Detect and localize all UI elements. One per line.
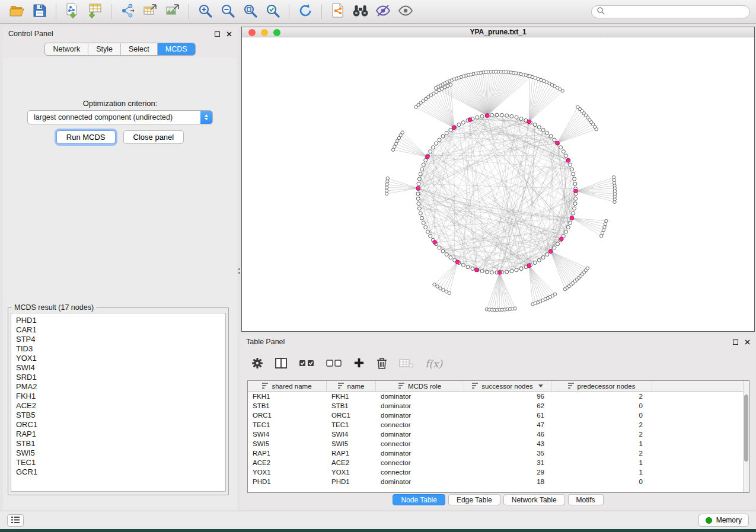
- table-row[interactable]: ORC1 ORC1 dominator 61 0: [248, 411, 743, 420]
- result-node-item[interactable]: ACE2: [16, 401, 225, 411]
- export-table-button[interactable]: [139, 2, 161, 22]
- table-row[interactable]: PHD1 PHD1 dominator 18 0: [248, 477, 743, 486]
- apply-layout-button[interactable]: [294, 2, 317, 22]
- column-header-mcds-role[interactable]: MCDS role: [376, 381, 464, 391]
- column-header-shared-name[interactable]: shared name: [248, 381, 327, 391]
- tab-select[interactable]: Select: [120, 43, 157, 55]
- select-all-button[interactable]: [299, 358, 315, 370]
- result-node-item[interactable]: CAR1: [16, 325, 225, 335]
- table-row[interactable]: FKH1 FKH1 dominator 96 2: [248, 392, 743, 401]
- table-row[interactable]: STB1 STB1 dominator 62 0: [248, 401, 743, 411]
- cell-mcds-role: connector: [376, 421, 464, 428]
- share-document-button[interactable]: [327, 2, 349, 22]
- cell-successor-nodes: 62: [464, 402, 551, 409]
- table-row[interactable]: TEC1 TEC1 connector 47 2: [248, 420, 743, 430]
- scrollbar-thumb[interactable]: [744, 395, 748, 462]
- criterion-dropdown[interactable]: largest connected component (undirected): [27, 110, 213, 124]
- result-node-item[interactable]: YOX1: [16, 354, 225, 363]
- show-columns-button[interactable]: [275, 357, 288, 371]
- mcds-result-list[interactable]: PHD1 CAR1 STP4 TID3 YOX1 SWI4 SRD1 PMA2: [11, 313, 226, 492]
- search-icon: [596, 7, 605, 17]
- menu-lines-icon: [11, 516, 20, 525]
- result-node-item[interactable]: SWI4: [16, 363, 225, 373]
- table-row[interactable]: YOX1 YOX1 connector 29 1: [248, 467, 743, 477]
- window-close-icon[interactable]: [248, 29, 256, 36]
- sort-dropdown-icon[interactable]: [538, 384, 543, 387]
- zoom-out-button[interactable]: [216, 2, 239, 22]
- result-node-item[interactable]: SWI5: [16, 448, 225, 458]
- table-settings-button[interactable]: [251, 357, 263, 371]
- table-panel-header: Table Panel: [241, 335, 755, 349]
- import-table-disabled-button: [399, 358, 414, 370]
- result-node-item[interactable]: SRD1: [16, 373, 225, 382]
- close-panel-icon[interactable]: [745, 339, 750, 345]
- tab-mcds[interactable]: MCDS: [157, 43, 195, 55]
- eye-icon: [398, 4, 413, 20]
- export-network-button[interactable]: [116, 2, 139, 22]
- tab-network[interactable]: Network: [45, 43, 88, 55]
- main-toolbar: [0, 0, 756, 24]
- zoom-selected-button[interactable]: [261, 2, 284, 22]
- refresh-icon: [298, 3, 313, 20]
- cell-successor-nodes: 18: [464, 478, 551, 485]
- tab-network-table[interactable]: Network Table: [503, 494, 565, 505]
- memory-button[interactable]: Memory: [698, 514, 749, 527]
- network-titlebar[interactable]: YPA_prune.txt_1: [242, 27, 754, 37]
- toolbar-separator: [56, 4, 56, 20]
- result-node-item[interactable]: STP4: [16, 335, 225, 344]
- result-node-item[interactable]: GCR1: [16, 467, 225, 477]
- open-button[interactable]: [6, 2, 28, 22]
- control-panel-tabs: Network Style Select MCDS: [3, 43, 237, 56]
- cell-successor-nodes: 43: [464, 440, 551, 447]
- close-panel-icon[interactable]: [227, 31, 232, 37]
- zoom-fit-button[interactable]: [239, 2, 261, 22]
- window-minimize-icon[interactable]: [261, 29, 268, 36]
- network-graph[interactable]: [242, 37, 754, 331]
- graphics-details-button[interactable]: [372, 2, 394, 22]
- column-header-predecessor-nodes[interactable]: predecessor nodes: [551, 381, 652, 391]
- table-row[interactable]: SWI5 SWI5 connector 43 1: [248, 439, 743, 448]
- task-history-button[interactable]: [7, 514, 24, 527]
- zoom-in-button[interactable]: [194, 2, 216, 22]
- column-header-name[interactable]: name: [327, 381, 376, 391]
- import-table-button[interactable]: [84, 2, 106, 22]
- save-button[interactable]: [28, 2, 51, 22]
- window-maximize-icon[interactable]: [273, 29, 280, 36]
- cell-shared-name: FKH1: [248, 393, 327, 400]
- result-node-item[interactable]: TID3: [16, 344, 225, 354]
- search-box[interactable]: [591, 5, 750, 18]
- result-node-item[interactable]: ORC1: [16, 420, 225, 430]
- result-node-item[interactable]: PMA2: [16, 382, 225, 392]
- panel-divider-handle[interactable]: [238, 265, 240, 276]
- deselect-all-button[interactable]: [326, 358, 342, 370]
- table-row[interactable]: RAP1 RAP1 dominator 35 2: [248, 448, 743, 458]
- float-panel-icon[interactable]: [215, 31, 220, 37]
- result-node-item[interactable]: FKH1: [16, 392, 225, 401]
- export-image-icon: [165, 3, 180, 20]
- search-network-button[interactable]: [349, 2, 372, 22]
- result-node-item[interactable]: TEC1: [16, 458, 225, 467]
- add-column-button[interactable]: [353, 357, 365, 370]
- table-row[interactable]: ACE2 ACE2 connector 31 1: [248, 458, 743, 467]
- run-mcds-button[interactable]: Run MCDS: [56, 130, 116, 144]
- fx-icon: f(x): [425, 358, 442, 370]
- tab-edge-table[interactable]: Edge Table: [448, 494, 500, 505]
- import-network-button[interactable]: [61, 2, 84, 22]
- tab-motifs[interactable]: Motifs: [568, 494, 604, 505]
- show-hide-button[interactable]: [394, 2, 417, 22]
- close-panel-button[interactable]: Close panel: [123, 130, 184, 144]
- result-node-item[interactable]: PHD1: [16, 316, 225, 325]
- float-panel-icon[interactable]: [733, 339, 738, 345]
- tab-style[interactable]: Style: [88, 43, 120, 55]
- result-node-item[interactable]: STB5: [16, 411, 225, 420]
- delete-column-button[interactable]: [376, 357, 388, 371]
- table-row[interactable]: SWI4 SWI4 dominator 46 2: [248, 430, 743, 439]
- result-node-item[interactable]: STB1: [16, 439, 225, 448]
- tab-node-table[interactable]: Node Table: [393, 494, 445, 505]
- export-image-button[interactable]: [161, 2, 184, 22]
- table-scrollbar[interactable]: [743, 381, 749, 492]
- result-node-item[interactable]: RAP1: [16, 430, 225, 439]
- search-input[interactable]: [608, 8, 745, 16]
- trash-icon: [376, 357, 388, 371]
- column-header-successor-nodes[interactable]: successor nodes: [464, 381, 551, 391]
